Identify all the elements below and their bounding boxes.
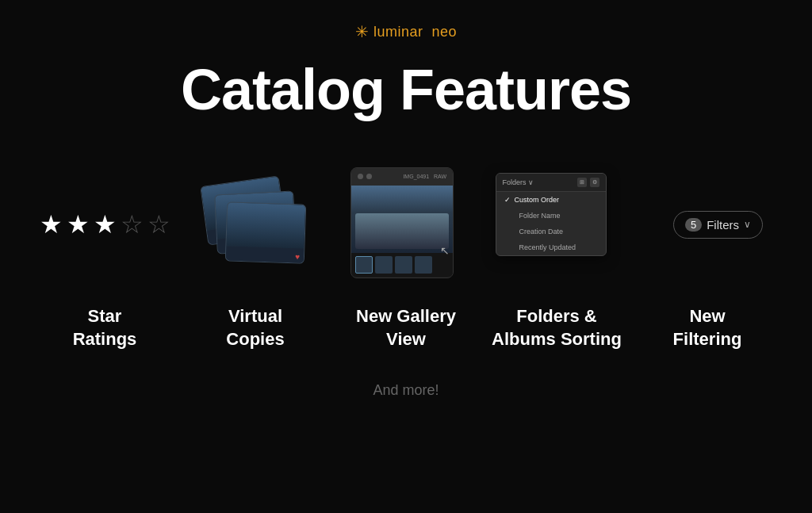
filter-button[interactable]: 5 Filters ∨ — [673, 211, 763, 239]
gallery-thumb-3 — [395, 256, 412, 274]
gallery-titlebar: IMG_0491 RAW — [351, 168, 453, 186]
gallery-title-text: IMG_0491 RAW — [403, 174, 446, 179]
filtering-visual: 5 Filters ∨ — [632, 161, 783, 288]
logo-name-plain: luminar — [373, 24, 423, 40]
sort-check-icon: ✓ — [504, 196, 511, 204]
sort-item-label-2: Folder Name — [519, 212, 561, 220]
sort-dropdown-wrap: Folders ∨ ⊞ ⚙ ✓ Custom Order Folder Name — [496, 173, 619, 276]
gallery-image-area — [351, 186, 453, 253]
folders-sorting-visual: Folders ∨ ⊞ ⚙ ✓ Custom Order Folder Name — [481, 161, 632, 288]
logo-name-accent: neo — [432, 24, 458, 40]
logo-text: luminar neo — [373, 24, 457, 40]
feature-gallery-view: IMG_0491 RAW ↖ New GalleryView — [331, 161, 481, 350]
star-2: ★ — [67, 212, 90, 237]
sort-item-label-4: Recently Updated — [519, 243, 576, 251]
star-rating-display: ★ ★ ★ ☆ ☆ — [40, 212, 170, 237]
gallery-thumb-2 — [375, 256, 393, 274]
sort-item-label-1: Custom Order — [515, 196, 560, 204]
sort-item-custom-order: ✓ Custom Order — [496, 192, 606, 208]
gallery-cursor-icon: ↖ — [440, 244, 450, 257]
feature-virtual-copies: ♥ ♥ ♥ VirtualCopies — [180, 161, 331, 350]
sort-item-label-3: Creation Date — [519, 228, 564, 235]
gallery-view-label: New GalleryView — [356, 305, 456, 350]
logo-star-icon: ✳ — [355, 22, 369, 41]
star-5: ☆ — [147, 212, 170, 237]
virtual-copies-cards: ♥ ♥ ♥ — [204, 173, 307, 276]
gallery-view-window-wrap: IMG_0491 RAW ↖ — [350, 167, 462, 282]
sort-dropdown: Folders ∨ ⊞ ⚙ ✓ Custom Order Folder Name — [496, 173, 607, 256]
virtual-copies-label: VirtualCopies — [226, 305, 284, 350]
gallery-view-visual: IMG_0491 RAW ↖ — [331, 161, 481, 288]
folders-sorting-label: Folders &Albums Sorting — [492, 305, 622, 350]
star-3: ★ — [94, 212, 117, 237]
sort-header-text: Folders ∨ — [503, 178, 534, 186]
and-more-text: And more! — [373, 382, 439, 399]
sort-dropdown-header: Folders ∨ ⊞ ⚙ — [496, 174, 606, 192]
feature-folders-sorting: Folders ∨ ⊞ ⚙ ✓ Custom Order Folder Name — [481, 161, 632, 350]
gallery-window: IMG_0491 RAW — [350, 167, 454, 278]
new-filtering-label: NewFiltering — [673, 305, 742, 350]
star-1: ★ — [40, 212, 63, 237]
feature-star-ratings: ★ ★ ★ ☆ ☆ StarRatings — [29, 161, 180, 350]
feature-new-filtering: 5 Filters ∨ NewFiltering — [632, 161, 783, 350]
main-title: Catalog Features — [181, 59, 631, 121]
filter-label-text: Filters — [707, 218, 739, 232]
gallery-strip — [351, 253, 453, 277]
gallery-thumb-1 — [355, 256, 373, 274]
star-ratings-visual: ★ ★ ★ ☆ ☆ — [29, 161, 180, 288]
sort-item-folder-name: Folder Name — [496, 208, 606, 224]
logo-area: ✳ luminar neo — [355, 22, 457, 41]
gallery-dot-1 — [358, 174, 363, 179]
filter-button-wrap: 5 Filters ∨ — [652, 211, 763, 239]
sort-item-recently-updated: Recently Updated — [496, 239, 606, 255]
sort-icon-grid: ⊞ — [577, 178, 587, 187]
star-4: ☆ — [121, 212, 144, 237]
sort-icon-settings: ⚙ — [590, 178, 599, 187]
filter-chevron-icon: ∨ — [744, 219, 751, 230]
features-row: ★ ★ ★ ☆ ☆ StarRatings ♥ ♥ — [0, 161, 812, 350]
sort-header-icons: ⊞ ⚙ — [577, 178, 599, 187]
sort-item-creation-date: Creation Date — [496, 224, 606, 239]
gallery-thumb-4 — [415, 256, 432, 274]
filter-count-badge: 5 — [685, 218, 702, 232]
virtual-copies-visual: ♥ ♥ ♥ — [180, 161, 331, 288]
gallery-image-inner — [355, 213, 449, 249]
star-ratings-label: StarRatings — [73, 305, 137, 350]
vc-card-3: ♥ — [225, 201, 307, 263]
gallery-dot-2 — [366, 174, 372, 179]
